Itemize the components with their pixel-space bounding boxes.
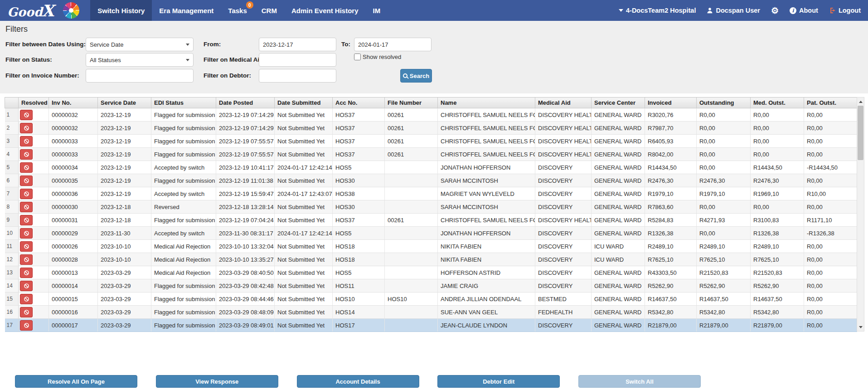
nav-item-im[interactable]: IM xyxy=(365,0,388,21)
column-header-date-posted[interactable]: Date Posted xyxy=(216,98,275,108)
table-row[interactable]: 10 00000029 2023-11-30 Accepted by switc… xyxy=(5,227,857,240)
medical-aid-input[interactable] xyxy=(259,53,336,67)
nav-item-crm[interactable]: CRM xyxy=(254,0,284,21)
ban-icon xyxy=(24,178,29,184)
nav-item-tasks[interactable]: Tasks 0 xyxy=(221,0,254,21)
table-row[interactable]: 16 00000016 2023-03-29 Flagged for submi… xyxy=(5,306,857,319)
column-header-invoiced[interactable]: Invoiced xyxy=(645,98,697,108)
edi-status[interactable]: Accepted by switch xyxy=(151,227,216,240)
about-button[interactable]: i About xyxy=(790,7,818,14)
table-row[interactable]: 11 00000026 2023-10-10 Medical Aid Rejec… xyxy=(5,240,857,253)
table-row[interactable]: 7 00000036 2023-12-19 Accepted by switch… xyxy=(5,187,857,200)
column-header-edi-status[interactable]: EDI Status xyxy=(151,98,216,108)
column-header-medical-aid[interactable]: Medical Aid xyxy=(535,98,592,108)
nav-item-era-management[interactable]: Era Management xyxy=(152,0,221,21)
table-row[interactable]: 12 00000028 2023-10-10 Medical Aid Rejec… xyxy=(5,253,857,266)
column-header-name[interactable]: Name xyxy=(438,98,535,108)
date-mode-select[interactable]: Service Date xyxy=(86,38,194,51)
cell-medical-aid: DISCOVERY xyxy=(535,253,592,266)
table-row[interactable]: 14 00000014 2023-03-29 Flagged for submi… xyxy=(5,279,857,292)
from-date-input[interactable] xyxy=(259,38,336,51)
column-header-service-date[interactable]: Service Date xyxy=(98,98,151,108)
cell-inv-no: 00000028 xyxy=(49,253,98,266)
cell-service-date: 2023-03-29 xyxy=(98,292,151,306)
table-row[interactable]: 1 00000032 2023-12-19 Flagged for submis… xyxy=(5,108,857,122)
debtor-input[interactable] xyxy=(259,69,336,83)
action-button-debtor-edit[interactable]: Debtor Edit xyxy=(437,375,560,388)
table-row[interactable]: 3 00000033 2023-12-19 Flagged for submis… xyxy=(5,135,857,148)
resolve-button[interactable] xyxy=(20,176,33,186)
settings-button[interactable] xyxy=(771,6,779,15)
cell-pat-outst: R0,00 xyxy=(804,266,857,279)
column-header-acc-no[interactable]: Acc No. xyxy=(333,98,385,108)
column-header-file-number[interactable]: File Number xyxy=(385,98,438,108)
resolve-button[interactable] xyxy=(20,228,33,239)
resolve-button[interactable] xyxy=(20,294,33,304)
to-date-input[interactable] xyxy=(354,38,432,51)
cell-acc-no: HOS18 xyxy=(333,253,385,266)
resolve-button[interactable] xyxy=(20,254,33,265)
edi-status[interactable]: Accepted by switch xyxy=(151,161,216,174)
resolve-button[interactable] xyxy=(20,320,33,331)
scroll-up-button[interactable] xyxy=(857,98,864,105)
column-header-med-outst[interactable]: Med. Outst. xyxy=(751,98,804,108)
resolve-button[interactable] xyxy=(20,215,33,225)
column-header-service-center[interactable]: Service Center xyxy=(592,98,645,108)
resolve-button[interactable] xyxy=(20,281,33,291)
cell-name: SUE-ANN VAN GEEL xyxy=(438,306,535,319)
cell-date-posted: 2023-03-29 08:42:48 xyxy=(216,279,275,292)
vertical-scrollbar[interactable] xyxy=(857,97,864,332)
row-number: 6 xyxy=(5,174,19,187)
table-row[interactable]: 9 00000031 2023-12-18 Flagged for submis… xyxy=(5,214,857,227)
cell-acc-no: HOS10 xyxy=(333,292,385,306)
cell-outstanding: R0,00 xyxy=(697,108,751,122)
action-button-account-details[interactable]: Account Details xyxy=(297,375,419,388)
scrollbar-thumb[interactable] xyxy=(858,106,863,160)
cell-inv-no: 00000031 xyxy=(49,214,98,227)
edi-status[interactable]: Accepted by switch xyxy=(151,187,216,200)
search-button[interactable]: Search xyxy=(400,69,432,83)
logout-button[interactable]: Logout xyxy=(829,7,861,14)
table-row[interactable]: 4 00000033 2023-12-19 Flagged for submis… xyxy=(5,148,857,161)
cell-pat-outst: R0,00 xyxy=(804,319,857,332)
hospital-selector[interactable]: 4-DocsTeam2 Hospital xyxy=(619,7,696,14)
table-row[interactable]: 2 00000032 2023-12-19 Flagged for submis… xyxy=(5,122,857,135)
resolve-button[interactable] xyxy=(20,307,33,317)
action-button-switch-all[interactable]: Switch All xyxy=(578,375,701,388)
nav-item-admin-event-history[interactable]: Admin Event History xyxy=(284,0,366,21)
action-button-resolve-all-on-page[interactable]: Resolve All On Page xyxy=(15,375,137,388)
resolve-button[interactable] xyxy=(20,268,33,278)
resolve-button[interactable] xyxy=(20,162,33,173)
resolve-button[interactable] xyxy=(20,123,33,133)
cell-service-date: 2023-10-10 xyxy=(98,253,151,266)
table-row[interactable]: 15 00000015 2023-03-29 Flagged for submi… xyxy=(5,292,857,306)
resolve-button[interactable] xyxy=(20,149,33,160)
user-menu[interactable]: Docspan User xyxy=(707,7,760,14)
column-header-date-submitted[interactable]: Date Submitted xyxy=(275,98,333,108)
column-header-inv-no[interactable]: Inv No. xyxy=(49,98,98,108)
cell-file-number xyxy=(385,161,438,174)
cell-outstanding: R21520,83 xyxy=(697,266,751,279)
table-row[interactable]: 17 00000017 2023-03-29 Flagged for submi… xyxy=(5,319,857,332)
table-row[interactable]: 13 00000013 2023-03-29 Medical Aid Rejec… xyxy=(5,266,857,279)
resolve-button[interactable] xyxy=(20,136,33,146)
action-button-view-response[interactable]: View Response xyxy=(156,375,278,388)
column-header-resolved[interactable]: Resolved xyxy=(19,98,49,108)
table-row[interactable]: 8 00000030 2023-12-18 Reversed 2023-12-1… xyxy=(5,200,857,214)
table-row[interactable]: 6 00000035 2023-12-19 Flagged for submis… xyxy=(5,174,857,187)
status-select[interactable]: All Statuses xyxy=(86,53,194,67)
resolve-button[interactable] xyxy=(20,110,33,120)
cell-acc-no: HOS37 xyxy=(333,148,385,161)
table-row[interactable]: 5 00000034 2023-12-19 Accepted by switch… xyxy=(5,161,857,174)
show-resolved-checkbox[interactable] xyxy=(354,54,361,60)
invoice-number-input[interactable] xyxy=(86,69,194,83)
column-header-outstanding[interactable]: Outstanding xyxy=(697,98,751,108)
cell-med-outst: R0,00 xyxy=(751,135,804,148)
nav-item-switch-history[interactable]: Switch History xyxy=(90,0,152,21)
column-header-pat-outst[interactable]: Pat. Outst. xyxy=(804,98,857,108)
resolve-button[interactable] xyxy=(20,202,33,212)
resolve-button[interactable] xyxy=(20,189,33,199)
column-header[interactable] xyxy=(5,98,19,108)
resolve-button[interactable] xyxy=(20,241,33,252)
scroll-down-button[interactable] xyxy=(857,323,864,331)
